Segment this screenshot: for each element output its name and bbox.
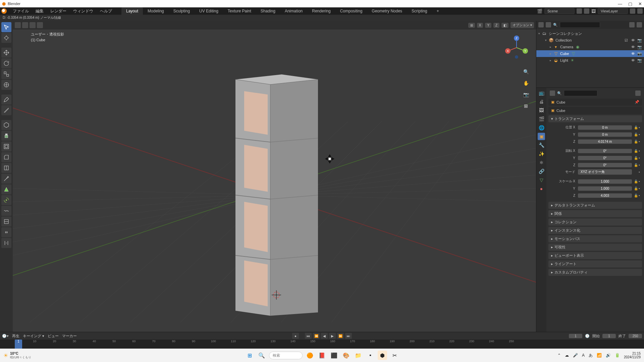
tool-shrink[interactable] [1, 227, 11, 237]
timeline-marker[interactable]: マーカー [62, 334, 77, 339]
menu-window[interactable]: ウィンドウ [70, 8, 97, 15]
menu-file[interactable]: ファイル [9, 8, 32, 15]
lock-icon[interactable]: 🔓 [633, 140, 639, 143]
tool-spin[interactable] [1, 195, 11, 205]
play-forward[interactable]: ▶ [329, 333, 336, 339]
workspace-layout[interactable]: Layout [121, 7, 143, 15]
panel-motionpaths[interactable]: ▸ モーションパス [548, 235, 642, 242]
rotation-mode[interactable]: XYZ オイラー角 [578, 169, 632, 175]
timeline-view[interactable]: ビュー [48, 334, 59, 339]
scene-new-button[interactable] [577, 8, 582, 14]
panel-transform-header[interactable]: ▾ トランスフォーム [548, 115, 642, 122]
taskbar-app-2[interactable]: 📕 [317, 351, 327, 360]
location-y[interactable]: 0 m [578, 132, 632, 137]
minimize-button[interactable]: — [618, 1, 622, 6]
maximize-button[interactable]: ▢ [628, 1, 632, 6]
workspace-shading[interactable]: Shading [256, 7, 280, 15]
panel-customprops[interactable]: ▸ カスタムプロパティ [548, 269, 642, 276]
timeline-play[interactable]: 再生 [12, 334, 19, 339]
tray-chevron-icon[interactable]: ⌃ [557, 353, 561, 358]
visibility-toggle[interactable]: 👁 [631, 58, 635, 62]
proptab-material[interactable]: ● [538, 185, 545, 192]
prop-pin-icon[interactable] [635, 90, 641, 96]
proptab-physics[interactable]: ⚛ [538, 159, 545, 166]
tool-rotate[interactable] [1, 58, 11, 68]
pin-icon[interactable]: 📌 [635, 100, 639, 104]
proptab-constraints[interactable]: 🔗 [538, 168, 545, 175]
tool-measure[interactable] [1, 105, 11, 115]
taskbar-app-5[interactable]: ✂ [390, 351, 399, 360]
proptab-viewlayer[interactable]: 🖼 [538, 107, 545, 114]
viewlayer-field[interactable]: ViewLayer [598, 8, 628, 14]
workspace-texturepaint[interactable]: Texture Paint [223, 7, 256, 15]
panel-lineart[interactable]: ▸ ラインアート [548, 260, 642, 267]
render-toggle[interactable]: 📷 [637, 52, 642, 56]
workspace-modeling[interactable]: Modeling [143, 7, 169, 15]
tray-volume-icon[interactable]: 🔊 [606, 353, 611, 358]
location-x[interactable]: 0 m [578, 125, 632, 130]
timeline-keying[interactable]: キーイング ▾ [23, 334, 44, 339]
tool-loopcut[interactable] [1, 163, 11, 173]
timeline-icon[interactable]: 🕐▾ [2, 334, 9, 338]
render-toggle[interactable]: 📷 [637, 58, 642, 63]
tree-cube[interactable]: ▸ ▽ Cube ▽ 👁 📷 [536, 50, 644, 57]
tool-add-cube[interactable] [1, 120, 11, 130]
data-name-field[interactable]: ▣ Cube [548, 107, 642, 114]
lock-icon[interactable]: 🔓 [633, 156, 639, 160]
render-toggle[interactable]: 📷 [637, 38, 642, 43]
taskbar-terminal[interactable]: ▪ [366, 351, 375, 360]
workspace-uvediting[interactable]: UV Editing [195, 7, 223, 15]
outliner-filter-icon[interactable] [629, 22, 635, 27]
lock-icon[interactable]: 🔓 [633, 180, 639, 183]
tray-onedrive-icon[interactable]: ☁ [565, 353, 569, 358]
tool-transform[interactable] [1, 80, 11, 90]
current-frame[interactable]: 1 [569, 334, 582, 338]
tray-mic-icon[interactable]: 🎤 [573, 353, 578, 358]
menu-edit[interactable]: 編集 [32, 8, 47, 15]
workspace-scripting[interactable]: Scripting [407, 7, 432, 15]
panel-instancing[interactable]: ▸ インスタンス化 [548, 227, 642, 234]
tray-ime-icon[interactable]: あ [589, 353, 593, 358]
workspace-rendering[interactable]: Rendering [307, 7, 335, 15]
lock-icon[interactable]: 🔓 [633, 187, 639, 190]
camera-view-icon[interactable]: 📷 [522, 90, 530, 99]
tool-smooth[interactable] [1, 206, 11, 216]
lock-icon[interactable]: 🔓 [633, 194, 639, 197]
viewlayer-del-button[interactable] [637, 8, 643, 14]
tree-root[interactable]: ▾ 🗂 シーンコレクション [536, 30, 644, 37]
rotation-y[interactable]: 0° [578, 156, 632, 160]
tool-extrude[interactable] [1, 131, 11, 141]
taskbar-app-1[interactable]: 🟠 [305, 351, 315, 360]
proptab-object[interactable]: ▣ [538, 133, 545, 140]
tool-annotate[interactable] [1, 95, 11, 105]
rotation-z[interactable]: 0° [578, 163, 632, 167]
timeline-cursor[interactable]: 1 [15, 340, 22, 349]
ortho-toggle-icon[interactable]: ⊞ [522, 102, 530, 110]
proptab-render[interactable]: 📺 [538, 89, 545, 97]
workspace-add[interactable]: + [432, 7, 444, 15]
scale-y[interactable]: 1.000 [578, 186, 632, 191]
tool-scale[interactable] [1, 69, 11, 79]
scene-field[interactable]: Scene [544, 8, 575, 14]
tool-move[interactable] [1, 48, 11, 58]
tree-collection[interactable]: ▾ 📦 Collection ☑ 👁 📷 [536, 37, 644, 44]
frame-start[interactable]: 1 [602, 334, 616, 338]
search-box[interactable]: 検索 [269, 352, 303, 359]
start-button[interactable]: ⊞ [245, 351, 254, 360]
workspace-geometrynodes[interactable]: Geometry Nodes [367, 7, 407, 15]
zoom-icon[interactable]: 🔍 [522, 68, 530, 76]
panel-viewport-display[interactable]: ▸ ビューポート表示 [548, 252, 642, 259]
location-z[interactable]: 4.0174 m [578, 139, 632, 144]
visibility-toggle[interactable]: 👁 [631, 52, 635, 56]
exclude-toggle[interactable]: ☑ [624, 38, 629, 43]
scale-x[interactable]: 1.000 [578, 179, 632, 184]
outliner-display-icon[interactable] [546, 22, 551, 27]
taskbar-app-3[interactable]: ⬛ [329, 351, 339, 360]
panel-delta[interactable]: ▸ デルタトランスフォーム [548, 202, 642, 209]
menu-render[interactable]: レンダー [47, 8, 70, 15]
scale-z[interactable]: 4.003 [578, 193, 632, 198]
close-button[interactable]: ✕ [638, 1, 642, 6]
proptab-world[interactable]: 🌐 [538, 124, 545, 131]
tool-bevel[interactable] [1, 152, 11, 162]
proptab-output[interactable]: 🖨 [538, 98, 545, 105]
